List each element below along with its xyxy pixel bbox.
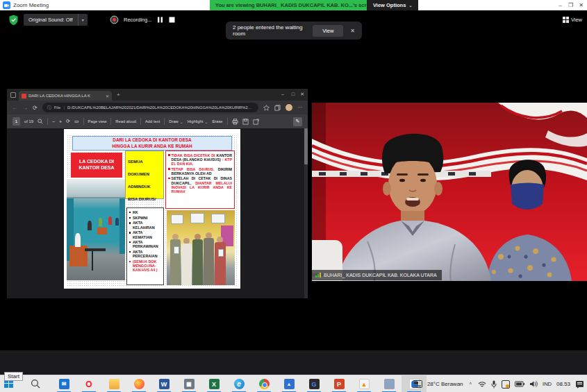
new-tab-button[interactable]: + [117, 92, 120, 98]
print-icon[interactable] [232, 119, 238, 125]
page-view-button[interactable]: Page view [88, 119, 107, 123]
back-icon[interactable]: ← [12, 105, 17, 111]
tab-actions-icon[interactable] [10, 92, 16, 98]
browser-minimize[interactable]: – [281, 92, 284, 96]
system-tray: 28°C Berawan ＾ IND 08.53 [413, 375, 584, 392]
slide-yellow-box: SEMUA DOKUMEN ADMINDUK BISA DIURUS/ DICE… [125, 151, 164, 199]
taskbar-excel[interactable]: X [201, 375, 226, 392]
browser-tab[interactable]: DARI LA CEDOKA HINGGA LA K ✕ [19, 91, 112, 101]
taskbar-photos[interactable]: ▲ [276, 375, 301, 392]
tab-close-icon[interactable]: ✕ [106, 94, 109, 99]
video-scene [312, 103, 587, 281]
viewing-banner-text: You are viewing BUHARI_ KADIS DUKCAPIL K… [215, 2, 375, 8]
forward-icon[interactable]: → [22, 105, 28, 111]
slide-photo-group [167, 210, 235, 285]
add-text-button[interactable]: Add text [145, 119, 160, 123]
slide-bullet-box: TIDAK BISA DICETAK DI KANTOR DESA (BLANG… [165, 151, 235, 209]
view-layout-button[interactable]: View [563, 15, 582, 24]
zoom-out-icon[interactable]: − [52, 119, 55, 124]
close-button[interactable]: ✕ [577, 1, 586, 10]
profile-avatar[interactable] [286, 104, 292, 111]
taskbar-office-app[interactable] [377, 375, 402, 392]
taskbar-word[interactable]: W [151, 375, 176, 392]
taskbar-firefox[interactable] [126, 375, 151, 392]
clock[interactable]: 08.53 [556, 381, 570, 387]
read-aloud-button[interactable]: Read aloud [115, 119, 136, 123]
minimize-button[interactable]: – [556, 1, 565, 10]
collections-icon[interactable] [274, 105, 281, 111]
page-info-icon[interactable]: ⓘ [47, 105, 51, 111]
weather-icon[interactable] [413, 380, 422, 388]
photo-ceiling [67, 179, 125, 197]
erase-button[interactable]: Erase [212, 119, 222, 123]
taskbar-calculator[interactable]: ▦ [176, 375, 201, 392]
action-center-icon[interactable] [575, 380, 584, 389]
list-item: AKTA KELAHIRAN [129, 221, 162, 229]
pdf-scrollbar[interactable] [304, 128, 308, 298]
network-icon[interactable] [478, 381, 486, 388]
search-icon[interactable] [31, 379, 40, 391]
meeting-control-bar: ＾ Unmute Start Video Security 596 ＾ Part… [0, 350, 587, 375]
bullet-item: SETELAH DI CETAK DI DINAS DUKCAPIL, DIAN… [168, 176, 232, 194]
highlight-button[interactable]: Highlight⌄ [188, 119, 208, 124]
battery-icon[interactable] [515, 381, 524, 387]
viewing-banner: You are viewing BUHARI_ KADIS DUKCAPIL K… [210, 0, 381, 10]
page-number-input[interactable]: 1 [13, 117, 20, 126]
taskbar-chrome[interactable] [251, 375, 276, 392]
language-indicator[interactable]: IND [543, 381, 552, 387]
maximize-button[interactable]: ❐ [566, 1, 575, 10]
address-bar[interactable]: ⓘ File | D:/DUKCAPIL%20BELAJAR%202021/DA… [42, 103, 258, 112]
fit-page-icon[interactable]: ▭ [74, 119, 79, 124]
pdf-toolbar: 1 of 19 − + ⟳ ▭ Page view Read aloud Add… [7, 114, 308, 128]
stop-recording-icon[interactable] [169, 17, 175, 23]
title-bar: Zoom Meeting You are viewing BUHARI_ KAD… [0, 0, 587, 10]
weather-text[interactable]: 28°C Berawan [427, 381, 463, 387]
grid-view-icon [563, 17, 569, 23]
hidden-icons-chevron[interactable]: ＾ [468, 381, 474, 388]
slide-document-list: KK SKPWNI AKTA KELAHIRAN AKTA KEMATIAN A… [126, 207, 164, 285]
pdf-favicon [22, 94, 26, 99]
save-icon[interactable] [242, 119, 249, 125]
browser-maximize[interactable]: □ [292, 92, 295, 96]
tray-mic-icon[interactable] [491, 380, 497, 389]
list-item: AKTA KEMATIAN [129, 230, 162, 239]
taskbar-file-explorer[interactable] [101, 375, 126, 392]
waiting-room-view-button[interactable]: View [313, 25, 343, 37]
pen-tool-selected[interactable]: ✎ [293, 117, 302, 126]
taskbar-powerpoint[interactable]: P [326, 375, 352, 392]
zoom-meeting-window: Zoom Meeting You are viewing BUHARI_ KAD… [0, 0, 587, 392]
address-url: D:/DUKCAPIL%20BELAJAR%202021/DARI%20LA%2… [67, 105, 254, 110]
taskbar-opera[interactable]: O [76, 375, 101, 392]
refresh-icon[interactable]: ⟳ [33, 105, 38, 111]
rotate-icon[interactable]: ⟳ [66, 119, 70, 124]
browser-menu-icon[interactable]: ⋯ [297, 105, 303, 110]
waiting-room-notification: 2 people entered the waiting room View ✕ [226, 22, 362, 40]
favorites-star-icon[interactable] [263, 105, 270, 111]
notification-close-icon[interactable]: ✕ [350, 28, 355, 34]
pause-recording-icon[interactable] [156, 16, 164, 24]
taskbar-vlc[interactable]: ▲ [352, 375, 377, 392]
notification-app-icon[interactable] [502, 380, 510, 389]
encryption-shield-icon [8, 15, 19, 28]
draw-caret-icon[interactable]: ⌄ [180, 119, 183, 124]
draw-button[interactable]: Draw⌄ [169, 119, 183, 124]
sound-dropdown-caret[interactable]: ▾ [78, 14, 88, 26]
taskbar-mail[interactable]: ✉ [51, 375, 76, 392]
shared-screen-browser: DARI LA CEDOKA HINGGA LA K ✕ + – □ ✕ ← →… [7, 89, 308, 298]
view-options-button[interactable]: View Options ⌄ [367, 0, 418, 10]
chevron-down-icon: ⌄ [408, 3, 412, 8]
zoom-in-icon[interactable]: + [59, 119, 62, 124]
list-item: KK [129, 210, 162, 214]
participant-name-label: BUHARI_ KADIS DUKCAPIL KAB. KOLAKA UTARA [312, 270, 442, 280]
pdf-search-icon[interactable] [38, 119, 43, 124]
taskbar-google-app[interactable]: G [301, 375, 326, 392]
taskbar-edge[interactable]: e [226, 375, 251, 392]
original-sound-button[interactable]: Original Sound: Off ▾ [24, 14, 88, 26]
windows-taskbar: ✉ O W ▦ X e ▲ G P ▲ 28°C Berawan ＾ IND [0, 375, 587, 392]
speaker-video-feed: BUHARI_ KADIS DUKCAPIL KAB. KOLAKA UTARA [312, 103, 587, 281]
highlight-caret-icon[interactable]: ⌄ [204, 119, 208, 124]
volume-icon[interactable] [529, 380, 538, 388]
save-as-icon[interactable] [253, 119, 259, 125]
pdf-scrollbar-thumb[interactable] [304, 128, 308, 164]
browser-close[interactable]: ✕ [300, 92, 304, 97]
